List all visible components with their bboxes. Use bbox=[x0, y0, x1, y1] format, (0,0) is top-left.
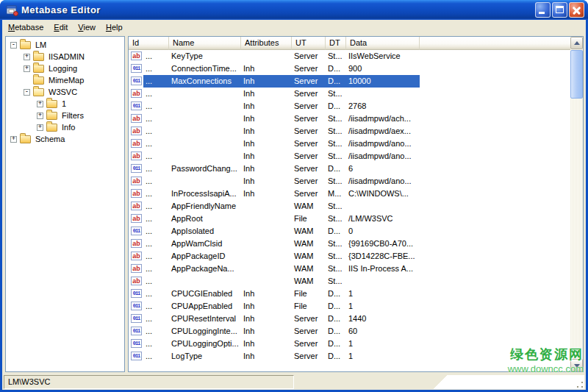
cell-filler bbox=[420, 200, 570, 213]
tree-item-w3svc[interactable]: -W3SVC bbox=[6, 86, 124, 98]
cell-icon: ab bbox=[129, 275, 143, 288]
tree-expander-icon[interactable]: + bbox=[37, 101, 43, 107]
cell-id: ... bbox=[143, 50, 169, 63]
tree-expander-icon[interactable]: - bbox=[24, 89, 30, 96]
cell-dt: St... bbox=[326, 275, 346, 288]
tree-item-filters[interactable]: +Filters bbox=[6, 110, 124, 121]
cell-attributes: Inh bbox=[241, 125, 292, 138]
cell-attributes: Inh bbox=[241, 350, 292, 363]
cell-icon: ab bbox=[129, 250, 143, 263]
cell-dt: D... bbox=[326, 63, 346, 75]
cell-name: AppWamClsid bbox=[169, 238, 241, 250]
cell-data: 1 bbox=[346, 300, 420, 313]
table-row[interactable]: ab...InhServerSt.../iisadmpwd/ano... bbox=[129, 150, 570, 163]
menu-item-edit[interactable]: Edit bbox=[49, 21, 73, 33]
tree-item-mimemap[interactable]: MimeMap bbox=[6, 74, 124, 86]
tree-item-label: 1 bbox=[60, 99, 68, 108]
string-value-icon: ab bbox=[131, 114, 142, 123]
tree-item-logging[interactable]: +Logging bbox=[6, 63, 124, 74]
cell-id: ... bbox=[143, 238, 169, 250]
cell-filler bbox=[420, 125, 570, 138]
title-bar[interactable]: Metabase Editor bbox=[0, 0, 588, 20]
cell-attributes: Inh bbox=[241, 88, 292, 100]
tree-expander-icon[interactable]: - bbox=[10, 42, 17, 49]
table-row[interactable]: 011...AppIsolatedWAMD...0 bbox=[129, 225, 570, 238]
table-row[interactable]: 011...CPUResetIntervalInhServerD...1440 bbox=[129, 313, 570, 325]
table-row[interactable]: ab...AppFriendlyNameWAMSt... bbox=[129, 200, 570, 213]
table-row[interactable]: ab...InhServerSt.../iisadmpwd/ach... bbox=[129, 113, 570, 125]
scrollbar-thumb[interactable] bbox=[570, 50, 583, 99]
table-row[interactable]: 011...MaxConnectionsInhServerD...10000 bbox=[129, 75, 570, 88]
table-row[interactable]: 011...PasswordChang...InhServerD...6 bbox=[129, 163, 570, 175]
cell-dt: D... bbox=[326, 225, 346, 238]
table-row[interactable]: 011...ConnectionTime...InhServerD...900 bbox=[129, 63, 570, 75]
tree-expander-icon[interactable]: + bbox=[24, 65, 30, 72]
scroll-down-button[interactable] bbox=[570, 359, 583, 371]
tree-expander-icon[interactable]: + bbox=[24, 54, 30, 60]
resize-grip[interactable] bbox=[295, 375, 584, 389]
close-button[interactable] bbox=[569, 2, 584, 18]
column-header-name[interactable]: Name bbox=[169, 37, 241, 50]
tree-item-lm[interactable]: -LM bbox=[6, 39, 124, 51]
column-header-dt[interactable]: DT bbox=[326, 37, 346, 50]
cell-attributes: Inh bbox=[241, 100, 292, 113]
cell-icon: 011 bbox=[129, 300, 143, 313]
table-row[interactable]: ab...InhServerSt... bbox=[129, 88, 570, 100]
scroll-up-button[interactable] bbox=[570, 37, 583, 49]
table-row[interactable]: ab...AppPackageIDWAMSt...{3D14228C-FBE..… bbox=[129, 250, 570, 263]
maximize-button[interactable] bbox=[552, 2, 567, 18]
table-row[interactable]: ab...WAMSt... bbox=[129, 275, 570, 288]
app-icon bbox=[6, 4, 18, 16]
table-row[interactable]: 011...InhServerD...2768 bbox=[129, 100, 570, 113]
cell-ut: File bbox=[292, 213, 326, 225]
cell-filler bbox=[420, 225, 570, 238]
cell-data: 1440 bbox=[346, 313, 420, 325]
cell-name: CPUCGIEnabled bbox=[169, 288, 241, 300]
cell-ut: WAM bbox=[292, 200, 326, 213]
vertical-scrollbar[interactable] bbox=[570, 37, 583, 371]
table-row[interactable]: ab...AppRootFileSt.../LM/W3SVC bbox=[129, 213, 570, 225]
string-value-icon: ab bbox=[131, 51, 142, 60]
table-row[interactable]: ab...AppWamClsidWAMSt...{99169CB0-A70... bbox=[129, 238, 570, 250]
cell-attributes: Inh bbox=[241, 338, 292, 350]
table-row[interactable]: 011...CPULoggingOpti...InhServerD...1 bbox=[129, 338, 570, 350]
column-header-ut[interactable]: UT bbox=[292, 37, 326, 50]
cell-filler bbox=[420, 175, 570, 188]
cell-ut: File bbox=[292, 288, 326, 300]
table-row[interactable]: ab...AppPackageNa...WAMSt...IIS In-Proce… bbox=[129, 263, 570, 275]
column-header-data[interactable]: Data bbox=[346, 37, 420, 50]
table-row[interactable]: ab...KeyTypeServerSt...IIsWebService bbox=[129, 50, 570, 63]
cell-dt: St... bbox=[326, 125, 346, 138]
cell-ut: Server bbox=[292, 88, 326, 100]
tree-expander-icon[interactable]: + bbox=[10, 136, 17, 143]
table-row[interactable]: 011...CPULoggingInte...InhServerD...60 bbox=[129, 325, 570, 338]
table-row[interactable]: ab...InhServerSt.../iisadmpwd/aex... bbox=[129, 125, 570, 138]
string-value-icon: ab bbox=[131, 139, 142, 148]
tree-item-info[interactable]: +Info bbox=[6, 121, 124, 133]
menu-item-help[interactable]: Help bbox=[101, 21, 128, 33]
column-header-attributes[interactable]: Attributes bbox=[241, 37, 292, 50]
menu-item-metabase[interactable]: Metabase bbox=[3, 21, 49, 33]
cell-name: KeyType bbox=[169, 50, 241, 63]
column-header-id[interactable]: Id bbox=[129, 37, 169, 50]
minimize-button[interactable] bbox=[535, 2, 551, 18]
table-row[interactable]: 011...CPUAppEnabledInhFileD...1 bbox=[129, 300, 570, 313]
dword-value-icon: 011 bbox=[131, 164, 142, 173]
cell-ut: Server bbox=[292, 188, 326, 200]
tree-item-1[interactable]: +1 bbox=[6, 98, 124, 110]
table-row[interactable]: ab...InhServerSt.../iisadmpwd/ano... bbox=[129, 138, 570, 150]
tree-expander-icon[interactable]: + bbox=[37, 113, 43, 119]
tree-item-iisadmin[interactable]: +IISADMIN bbox=[6, 51, 124, 63]
table-row[interactable]: 011...LogTypeInhServerD...1 bbox=[129, 350, 570, 363]
dword-value-icon: 011 bbox=[131, 352, 142, 360]
cell-dt: D... bbox=[326, 313, 346, 325]
list-view: IdNameAttributesUTDTData ab...KeyTypeSer… bbox=[128, 36, 584, 372]
menu-accelerator: M bbox=[8, 23, 15, 32]
tree-item-schema[interactable]: +Schema bbox=[6, 133, 124, 145]
table-row[interactable]: ab...InProcessIsapiA...InhServerM...C:\W… bbox=[129, 188, 570, 200]
cell-dt: D... bbox=[326, 75, 346, 88]
tree-expander-icon[interactable]: + bbox=[37, 124, 43, 131]
table-row[interactable]: ab...InhServerSt.../iisadmpwd/ano... bbox=[129, 175, 570, 188]
table-row[interactable]: 011...CPUCGIEnabledInhFileD...1 bbox=[129, 288, 570, 300]
menu-item-view[interactable]: View bbox=[73, 21, 101, 33]
